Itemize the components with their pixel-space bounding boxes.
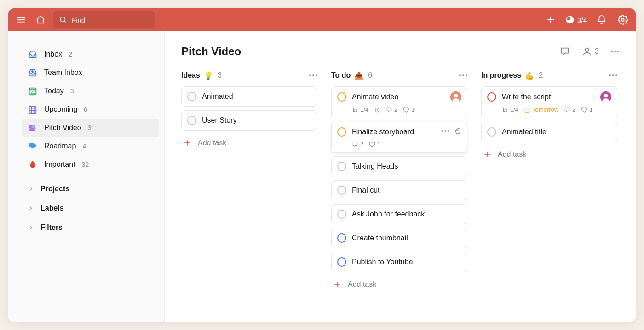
- plus-icon: [483, 150, 491, 159]
- card-meta: 21: [352, 141, 461, 148]
- nav-label: Team Inbox: [44, 68, 82, 77]
- column-inprogress: In progress 💪 2 Write the script 1/4Tomo…: [481, 70, 617, 163]
- sidebar-item-important[interactable]: Important 32: [22, 155, 159, 174]
- task-card[interactable]: Finalize storyboard 21: [331, 122, 467, 153]
- comments-button[interactable]: [560, 46, 570, 57]
- task-title: Animate video: [352, 92, 445, 102]
- svg-point-23: [356, 109, 356, 110]
- likes-icon: [581, 107, 587, 113]
- assignee-avatar[interactable]: [600, 91, 611, 102]
- chevron-right-icon: [28, 186, 34, 192]
- person-icon: [582, 46, 592, 57]
- column-title[interactable]: To do 📥 6: [331, 71, 372, 80]
- share-button[interactable]: 3: [582, 46, 599, 57]
- add-task-label: Add task: [348, 280, 376, 289]
- card-more-button[interactable]: [441, 130, 449, 132]
- column-ideas: Ideas 💡 3 Animated User Story: [181, 70, 317, 152]
- task-card[interactable]: Animated title: [481, 122, 617, 142]
- task-checkbox[interactable]: [487, 127, 496, 137]
- sidebar-item-team-inbox[interactable]: Team Inbox: [22, 63, 159, 82]
- task-checkbox[interactable]: [337, 92, 346, 102]
- meta-likes: 1: [403, 106, 414, 113]
- nav-count: 32: [82, 161, 89, 168]
- task-title: Create thumbnail: [352, 233, 461, 243]
- progress-text: 3/4: [577, 16, 587, 24]
- task-checkbox[interactable]: [337, 233, 346, 243]
- task-checkbox[interactable]: [337, 210, 346, 219]
- topbar: 3/4: [8, 8, 636, 31]
- sidebar-item-upcoming[interactable]: Upcoming 8: [22, 100, 159, 119]
- search-input[interactable]: [71, 16, 149, 24]
- productivity-button[interactable]: 3/4: [565, 15, 587, 24]
- hamburger-icon: [16, 15, 26, 25]
- task-checkbox[interactable]: [187, 92, 196, 101]
- task-card[interactable]: Animate video 1/421: [331, 86, 467, 118]
- task-card[interactable]: Publish to Youtube: [331, 252, 467, 272]
- task-card[interactable]: User Story: [181, 110, 317, 131]
- quick-add-button[interactable]: [544, 13, 557, 26]
- page-more-button[interactable]: [611, 51, 619, 52]
- chevron-right-icon: [28, 224, 34, 231]
- column-more-button[interactable]: [459, 74, 467, 76]
- sidebar-section-projects[interactable]: Projects: [22, 179, 159, 199]
- task-card[interactable]: Animated: [181, 86, 317, 107]
- column-title[interactable]: In progress 💪 2: [481, 71, 543, 80]
- likes-icon: [403, 107, 409, 113]
- settings-button[interactable]: [616, 13, 629, 26]
- column-more-button[interactable]: [609, 74, 617, 76]
- meta-due: Tomorrow: [524, 106, 558, 113]
- comment-icon: [560, 46, 570, 57]
- column-header: In progress 💪 2: [481, 70, 617, 81]
- task-card[interactable]: Talking Heads: [331, 156, 467, 176]
- member-count: 3: [595, 47, 599, 56]
- project-icon: [28, 123, 38, 133]
- plus-icon: [183, 139, 191, 147]
- sidebar-item-inbox[interactable]: Inbox 2: [22, 45, 159, 63]
- task-checkbox[interactable]: [487, 92, 496, 102]
- nav-label: Pitch Video: [44, 124, 81, 132]
- sidebar-section-filters[interactable]: Filters: [22, 218, 159, 237]
- task-card[interactable]: Write the script 1/4Tomorrow21: [481, 86, 617, 118]
- task-card[interactable]: Final cut: [331, 180, 467, 200]
- sidebar-item-pitch-video[interactable]: Pitch Video 3: [22, 119, 159, 137]
- nav-label: Upcoming: [44, 105, 77, 114]
- task-checkbox[interactable]: [337, 162, 346, 171]
- column-more-button[interactable]: [309, 74, 317, 76]
- task-checkbox[interactable]: [337, 186, 346, 195]
- task-checkbox[interactable]: [337, 257, 346, 267]
- team-inbox-icon: [28, 68, 38, 78]
- topbar-left: [15, 11, 155, 28]
- sidebar-item-today[interactable]: 21 Today 3: [22, 82, 159, 100]
- svg-point-3: [60, 17, 65, 22]
- task-card[interactable]: Ask John for feedback: [331, 204, 467, 224]
- notifications-button[interactable]: [595, 13, 608, 26]
- add-task-label: Add task: [498, 150, 526, 159]
- reminder-icon: [374, 107, 380, 113]
- card-meta: 1/4Tomorrow21: [502, 106, 611, 113]
- plus-icon: [546, 15, 556, 25]
- menu-toggle[interactable]: [15, 13, 28, 26]
- add-task-button[interactable]: Add task: [181, 134, 317, 152]
- column-title[interactable]: Ideas 💡 3: [181, 71, 222, 80]
- svg-rect-12: [29, 107, 36, 114]
- sidebar-section-labels[interactable]: Labels: [22, 199, 159, 218]
- progress-pie-icon: [565, 15, 575, 24]
- nav-label: Today: [44, 87, 64, 95]
- task-card[interactable]: Create thumbnail: [331, 228, 467, 248]
- drop-icon: [28, 159, 38, 170]
- meta-likes: 1: [581, 106, 592, 113]
- sidebar-item-roadmap[interactable]: Roadmap 4: [22, 137, 159, 155]
- task-title: Final cut: [352, 185, 461, 195]
- task-title: Talking Heads: [352, 161, 461, 171]
- assignee-avatar[interactable]: [450, 91, 461, 102]
- column-count: 2: [539, 71, 543, 80]
- task-checkbox[interactable]: [337, 127, 346, 137]
- body: Inbox 2 Team Inbox 21 Today 3 Upcoming 8: [8, 31, 636, 322]
- search-box[interactable]: [53, 11, 155, 28]
- home-button[interactable]: [34, 13, 47, 26]
- column-emoji: 📥: [354, 71, 363, 80]
- add-task-button[interactable]: Add task: [481, 146, 617, 163]
- add-task-button[interactable]: Add task: [331, 276, 467, 293]
- task-checkbox[interactable]: [187, 116, 196, 125]
- search-icon: [59, 16, 67, 24]
